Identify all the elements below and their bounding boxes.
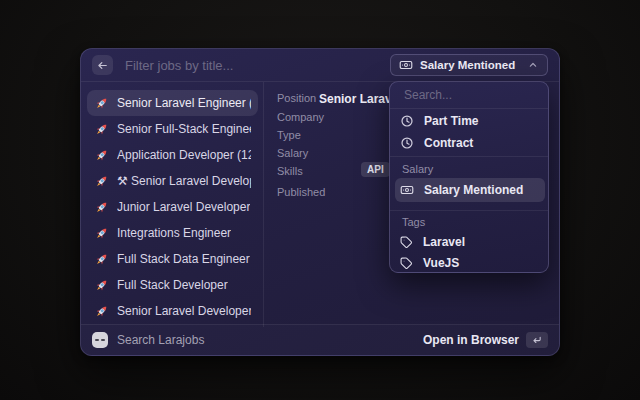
menu-item-label: Laravel (423, 235, 465, 249)
rocket-icon (94, 96, 109, 111)
rocket-icon (94, 278, 109, 293)
job-title: Full Stack Data Engineer (117, 252, 250, 266)
menu-item-label: Part Time (424, 114, 478, 128)
command-name: Search Larajobs (117, 333, 204, 347)
job-title: Junior Laravel Developer (117, 200, 250, 214)
enter-key-hint (526, 332, 548, 348)
divider (390, 156, 548, 157)
filter-input[interactable] (123, 57, 380, 74)
section-header-salary: Salary (402, 163, 433, 175)
published-label: Published (277, 186, 325, 198)
rocket-icon (94, 174, 109, 189)
job-list-item[interactable]: Junior Laravel Developer (87, 194, 258, 220)
tag-icon (400, 257, 413, 270)
job-title: Application Developer (12 mont... (117, 148, 251, 162)
job-list: Senior Laravel Engineer (Shapin... Senio… (81, 82, 264, 327)
back-button[interactable] (92, 55, 113, 75)
job-title: ⚒ Senior Laravel Developer (T... (117, 174, 251, 188)
filter-dropdown-button[interactable]: Salary Mentioned (390, 54, 548, 76)
job-list-item[interactable]: Senior Laravel Engineer (Shapin... (87, 90, 258, 116)
rocket-icon (94, 200, 109, 215)
arrow-left-icon (96, 59, 109, 72)
menu-item-label: Contract (424, 136, 473, 150)
enter-icon (531, 334, 543, 346)
larajobs-extension-icon (92, 332, 108, 348)
banknote-icon (400, 183, 414, 197)
job-title: Senior Full-Stack Engineer II, Ac... (117, 122, 251, 136)
chevron-up-icon (527, 59, 539, 71)
job-list-item[interactable]: Application Developer (12 mont... (87, 142, 258, 168)
job-list-item[interactable]: Full Stack Data Engineer (87, 246, 258, 272)
open-in-browser-action[interactable]: Open in Browser (423, 332, 548, 348)
primary-action-label: Open in Browser (423, 333, 519, 347)
top-bar: Salary Mentioned (81, 49, 559, 82)
rocket-icon (94, 226, 109, 241)
raycast-window: Salary Mentioned Senior Laravel Engineer… (80, 48, 560, 356)
job-list-item[interactable]: Full Stack Developer (87, 272, 258, 298)
menu-item-part-time[interactable]: Part Time (400, 110, 540, 132)
job-list-item[interactable]: Integrations Engineer (87, 220, 258, 246)
rocket-icon (94, 122, 109, 137)
job-title: Senior Laravel Developer (117, 304, 251, 318)
skill-badge: API (361, 162, 390, 177)
job-list-item[interactable]: Senior Laravel Developer (87, 298, 258, 324)
menu-item-contract[interactable]: Contract (400, 132, 540, 154)
clock-icon (400, 136, 414, 150)
filter-dropdown-menu: Part Time Contract Salary Salary Mention… (389, 81, 549, 273)
company-label: Company (277, 111, 324, 123)
menu-item-salary-mentioned[interactable]: Salary Mentioned (395, 178, 545, 202)
position-label: Position (277, 92, 316, 104)
filter-dropdown-label: Salary Mentioned (420, 59, 515, 71)
menu-item-label: Salary Mentioned (424, 183, 523, 197)
dropdown-search-input[interactable] (402, 87, 536, 103)
menu-item-laravel[interactable]: Laravel (400, 231, 540, 253)
rocket-icon (94, 148, 109, 163)
divider (390, 108, 548, 109)
skills-label: Skills (277, 165, 303, 177)
salary-label: Salary (277, 147, 308, 159)
divider (390, 210, 548, 211)
banknote-icon (399, 58, 413, 72)
rocket-icon (94, 304, 109, 319)
menu-item-label: VueJS (423, 256, 459, 270)
menu-item-vuejs[interactable]: VueJS (400, 252, 540, 274)
job-list-item[interactable]: Senior Full-Stack Engineer II, Ac... (87, 116, 258, 142)
clock-icon (400, 114, 414, 128)
rocket-icon (94, 252, 109, 267)
section-header-tags: Tags (402, 216, 425, 228)
type-label: Type (277, 129, 301, 141)
job-title: Integrations Engineer (117, 226, 231, 240)
tag-icon (400, 236, 413, 249)
job-title: Full Stack Developer (117, 278, 228, 292)
status-bar: Search Larajobs Open in Browser (81, 324, 559, 355)
job-list-item[interactable]: ⚒ Senior Laravel Developer (T... (87, 168, 258, 194)
job-title: Senior Laravel Engineer (Shapin... (117, 96, 251, 110)
